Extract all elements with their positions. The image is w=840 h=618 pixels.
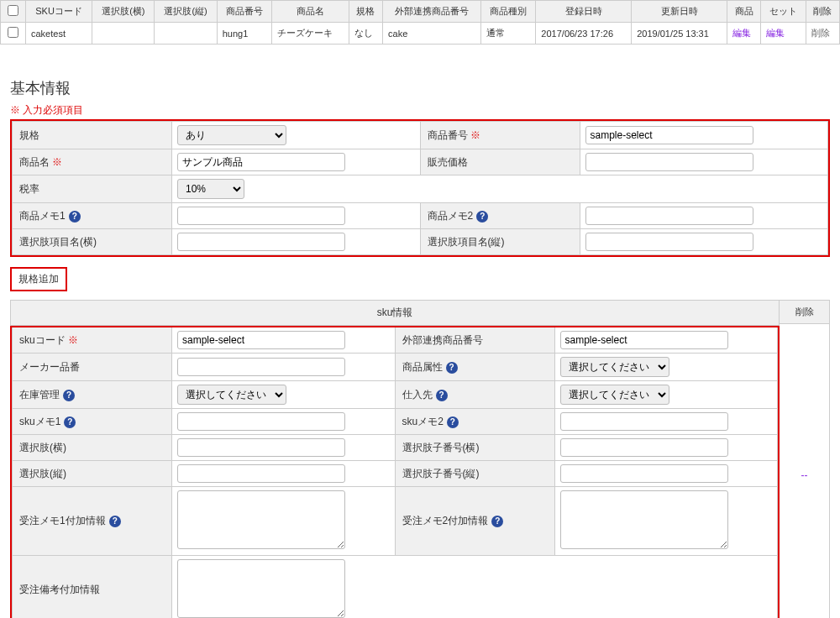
label-memo1: 商品メモ1? — [13, 203, 172, 229]
col-check — [1, 1, 26, 23]
col-opt-h: 選択肢(横) — [92, 1, 155, 23]
col-created: 登録日時 — [536, 1, 632, 23]
supplier-select[interactable]: 選択してください — [560, 385, 669, 405]
spec-select[interactable]: あり — [177, 125, 286, 145]
optname-v-input[interactable] — [585, 233, 753, 251]
label-ordermemo2: 受注メモ2付加情報? — [395, 487, 554, 556]
label-memo2: 商品メモ2? — [420, 203, 580, 229]
required-note: ※ 入力必須項目 — [10, 103, 840, 118]
help-icon[interactable]: ? — [446, 362, 458, 374]
delete-row-link[interactable]: 削除 — [811, 28, 830, 38]
sku-code-input[interactable] — [177, 331, 345, 349]
optchild-h-input[interactable] — [560, 438, 728, 457]
help-icon[interactable]: ? — [447, 416, 459, 428]
tax-select[interactable]: 10% — [177, 179, 244, 199]
prodno-input[interactable] — [585, 126, 753, 144]
label-attr: 商品属性? — [395, 354, 554, 381]
label-opt-h: 選択肢(横) — [13, 435, 172, 461]
label-tax: 税率 — [13, 175, 172, 203]
ordermemo1-textarea[interactable] — [177, 490, 345, 549]
cell-extno: cake — [383, 23, 481, 45]
label-optchild-h: 選択肢子番号(横) — [395, 435, 554, 461]
help-icon[interactable]: ? — [109, 516, 121, 527]
help-icon[interactable]: ? — [63, 390, 75, 401]
cell-opt-v — [155, 23, 217, 45]
cell-spec: なし — [349, 23, 382, 45]
sku-memo1-input[interactable] — [177, 412, 345, 431]
help-icon[interactable]: ? — [476, 211, 488, 223]
label-ordermemo1: 受注メモ1付加情報? — [13, 487, 172, 556]
col-edit-set: セット — [761, 1, 806, 23]
label-extno: 外部連携商品番号 — [395, 327, 554, 354]
cell-opt-h — [92, 23, 155, 45]
check-all[interactable] — [8, 5, 18, 16]
sku-memo2-input[interactable] — [560, 412, 728, 431]
label-optname-h: 選択肢項目名(横) — [13, 229, 172, 255]
col-prodno: 商品番号 — [217, 1, 272, 23]
help-icon[interactable]: ? — [64, 416, 76, 428]
col-edit-prod: 商品 — [727, 1, 761, 23]
ordernote-textarea[interactable] — [177, 559, 345, 618]
ordermemo2-textarea[interactable] — [560, 490, 728, 549]
makerno-input[interactable] — [177, 358, 345, 376]
memo1-input[interactable] — [177, 207, 345, 225]
sku-delete-column: 削除 -- — [780, 300, 830, 618]
row-check[interactable] — [8, 27, 18, 38]
col-sku: SKUコード — [26, 1, 92, 23]
prodname-input[interactable] — [177, 153, 345, 171]
delete-sku-link[interactable]: -- — [801, 469, 808, 481]
label-price: 販売価格 — [420, 149, 580, 175]
table-row: caketest hung1 チーズケーキ なし cake 通常 2017/06… — [1, 23, 840, 45]
optname-h-input[interactable] — [177, 233, 345, 251]
add-spec-button[interactable]: 規格追加 — [10, 267, 67, 291]
edit-product-link[interactable]: 編集 — [732, 28, 751, 38]
label-stock: 在庫管理? — [13, 381, 172, 409]
label-prodno: 商品番号 ※ — [420, 122, 580, 149]
col-kind: 商品種別 — [480, 1, 536, 23]
col-extno: 外部連携商品番号 — [383, 1, 481, 23]
cell-kind: 通常 — [480, 23, 536, 45]
cell-updated: 2019/01/25 13:31 — [632, 23, 727, 45]
cell-prodname: チーズケーキ — [272, 23, 349, 45]
col-opt-v: 選択肢(縦) — [155, 1, 217, 23]
help-icon[interactable]: ? — [491, 516, 503, 527]
attr-select[interactable]: 選択してください — [560, 357, 669, 377]
label-ordernote: 受注備考付加情報 — [13, 556, 172, 619]
col-spec: 規格 — [349, 1, 382, 23]
label-sku-code: skuコード ※ — [13, 327, 172, 354]
optchild-v-input[interactable] — [560, 464, 728, 483]
col-delete: 削除 — [806, 1, 839, 23]
label-sku-memo2: skuメモ2? — [395, 409, 554, 435]
opt-h-input[interactable] — [177, 438, 345, 457]
cell-sku: caketest — [26, 23, 92, 45]
label-prodname: 商品名 ※ — [13, 149, 172, 175]
sku-extno-input[interactable] — [560, 331, 728, 349]
label-optname-v: 選択肢項目名(縦) — [420, 229, 580, 255]
label-supplier: 仕入先? — [395, 381, 554, 409]
col-prodname: 商品名 — [272, 1, 349, 23]
help-icon[interactable]: ? — [436, 390, 448, 401]
label-sku-memo1: skuメモ1? — [13, 409, 172, 435]
sku-list-table: SKUコード 選択肢(横) 選択肢(縦) 商品番号 商品名 規格 外部連携商品番… — [0, 0, 840, 45]
label-opt-v: 選択肢(縦) — [13, 461, 172, 487]
help-icon[interactable]: ? — [69, 211, 81, 223]
basic-info-box: 規格 あり 商品番号 ※ 商品名 ※ 販売価格 税率 10% 商品メモ1? 商品… — [10, 119, 830, 257]
delete-col-head: 削除 — [780, 301, 829, 324]
edit-set-link[interactable]: 編集 — [766, 28, 785, 38]
label-spec: 規格 — [13, 122, 172, 149]
label-makerno: メーカー品番 — [13, 354, 172, 381]
stock-select[interactable]: 選択してください — [177, 385, 286, 405]
opt-v-input[interactable] — [177, 464, 345, 483]
label-optchild-v: 選択肢子番号(縦) — [395, 461, 554, 487]
cell-created: 2017/06/23 17:26 — [536, 23, 632, 45]
cell-prodno: hung1 — [217, 23, 272, 45]
memo2-input[interactable] — [585, 207, 753, 225]
col-updated: 更新日時 — [632, 1, 727, 23]
price-input[interactable] — [585, 153, 753, 171]
sku-info-title: sku情報 — [11, 301, 780, 326]
section-title-basic: 基本情報 — [10, 78, 840, 98]
